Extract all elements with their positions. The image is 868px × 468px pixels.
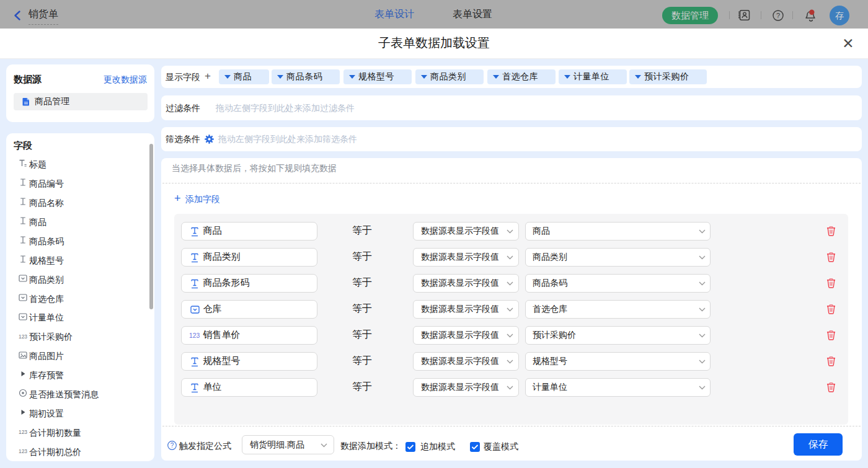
svg-text:123: 123 bbox=[189, 332, 200, 339]
svg-text:123: 123 bbox=[19, 448, 27, 454]
svg-text:123: 123 bbox=[19, 429, 27, 435]
svg-text:?: ? bbox=[170, 442, 174, 449]
svg-text:?: ? bbox=[776, 12, 780, 19]
svg-text:123: 123 bbox=[19, 333, 27, 339]
